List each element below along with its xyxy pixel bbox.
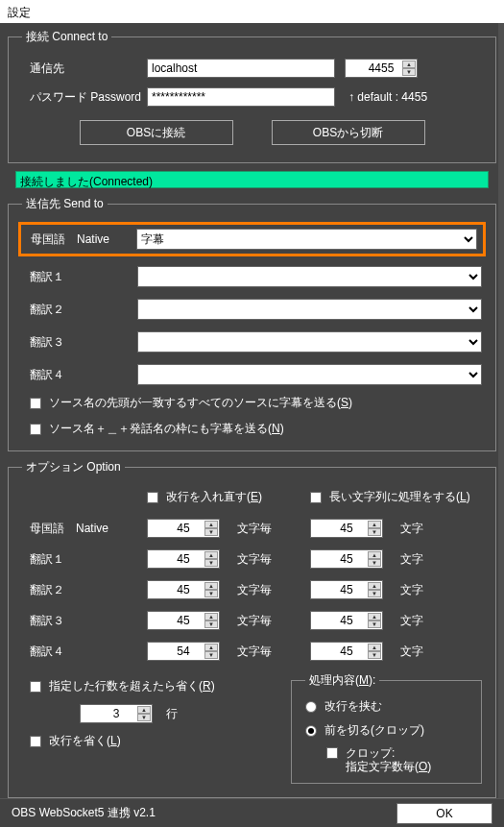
opt-t2-label: 翻訳２ xyxy=(22,582,147,598)
vertical-scrollbar[interactable] xyxy=(498,23,504,798)
t4-combo[interactable] xyxy=(137,364,482,385)
disconnect-button[interactable]: OBSから切断 xyxy=(272,120,425,145)
opt-t4-label: 翻訳４ xyxy=(22,644,147,660)
native-row-highlight: 母国語 Native 字幕 xyxy=(18,222,486,256)
opt-t2-chars[interactable]: 45▲▼ xyxy=(310,580,383,599)
prefix-match-label: ソース名の先頭が一致するすべてのソースに字幕を送る(S) xyxy=(49,395,352,411)
opt-t1-chars[interactable]: 45▲▼ xyxy=(310,549,383,569)
radio-crop-front[interactable] xyxy=(305,725,317,737)
opt-t1-chars-per[interactable]: 45▲▼ xyxy=(147,549,220,569)
lines-input[interactable]: 3 ▲▼ xyxy=(80,704,153,723)
spinner-icon[interactable]: ▲▼ xyxy=(368,521,381,536)
connect-legend: 接続 Connect to xyxy=(22,29,111,45)
opt-t2-chars-per[interactable]: 45▲▼ xyxy=(147,580,220,599)
spinner-icon[interactable]: ▲▼ xyxy=(204,521,218,536)
crop-per-chars-checkbox[interactable] xyxy=(326,747,338,759)
crop-per-chars-label: クロップ: 指定文字数毎(O) xyxy=(346,746,431,773)
window-title: 設定 xyxy=(8,6,31,19)
opt-native-label: 母国語 Native xyxy=(22,521,147,537)
speaker-frame-checkbox[interactable] xyxy=(30,424,41,435)
option-group: オプション Option 改行を入れ直す(E) 長い文字列に処理をする(L) 母… xyxy=(8,459,496,798)
omit-lf-checkbox[interactable] xyxy=(30,736,41,747)
port-spinner[interactable]: ▲ ▼ xyxy=(402,61,416,76)
radio-crop-front-label: 前を切る(クロップ) xyxy=(324,722,424,739)
sendto-legend: 送信先 Send to xyxy=(22,196,108,212)
t2-label: 翻訳２ xyxy=(22,302,137,318)
omit-lf-label: 改行を省く(L) xyxy=(49,733,121,749)
opt-t3-chars[interactable]: 45▲▼ xyxy=(310,611,383,630)
port-input[interactable]: 4455 ▲ ▼ xyxy=(345,59,418,78)
native-label: 母国語 Native xyxy=(27,231,136,248)
radio-insert-lf-label: 改行を挟む xyxy=(324,698,382,715)
radio-insert-lf[interactable] xyxy=(305,701,317,713)
opt-t4-chars-per[interactable]: 54▲▼ xyxy=(147,642,220,661)
connection-status: 接続しました(Connected) xyxy=(15,171,489,188)
unit-label: 文字 xyxy=(400,521,462,537)
host-label: 通信先 xyxy=(22,61,147,77)
password-input[interactable] xyxy=(147,87,335,107)
opt-native-chars-per[interactable]: 45 ▲▼ xyxy=(147,519,220,538)
t3-combo[interactable] xyxy=(137,331,482,353)
host-input[interactable] xyxy=(147,59,335,78)
processing-group: 処理内容(M): 改行を挟む 前を切る(クロップ) クロップ: 指定文字数毎(O… xyxy=(291,672,482,784)
spinner-down-icon[interactable]: ▼ xyxy=(402,68,416,76)
connect-button[interactable]: OBSに接続 xyxy=(80,120,233,145)
sendto-group: 送信先 Send to 母国語 Native 字幕 翻訳１ 翻訳２ 翻訳３ 翻訳… xyxy=(8,196,496,451)
t1-label: 翻訳１ xyxy=(22,269,137,285)
t2-combo[interactable] xyxy=(137,299,482,320)
t4-label: 翻訳４ xyxy=(22,367,137,383)
lines-unit: 行 xyxy=(166,706,178,722)
opt-native-chars[interactable]: 45 ▲▼ xyxy=(310,519,383,538)
option-legend: オプション Option xyxy=(22,459,125,475)
ok-button[interactable]: OK xyxy=(396,803,492,824)
t1-combo[interactable] xyxy=(137,266,482,287)
processing-legend: 処理内容(M): xyxy=(305,672,379,689)
port-value: 4455 xyxy=(369,61,395,75)
connect-group: 接続 Connect to 通信先 4455 ▲ ▼ パスワード Passwor… xyxy=(8,29,496,163)
omit-over-lines-label: 指定した行数を超えたら省く(R) xyxy=(49,678,215,694)
opt-t3-label: 翻訳３ xyxy=(22,613,147,629)
port-default-hint: ↑ default : 4455 xyxy=(348,90,427,104)
unit-label: 文字毎 xyxy=(237,521,299,537)
native-combo[interactable]: 字幕 xyxy=(136,229,477,250)
reinsert-lf-checkbox[interactable] xyxy=(147,492,158,503)
spinner-up-icon[interactable]: ▲ xyxy=(402,61,416,68)
window-titlebar: 設定 xyxy=(0,0,504,23)
version-label: OBS WebSocket5 連携 v2.1 xyxy=(12,805,396,821)
speaker-frame-label: ソース名＋＿＋発話名の枠にも字幕を送る(N) xyxy=(49,421,284,437)
opt-t4-chars[interactable]: 45▲▼ xyxy=(310,642,383,661)
opt-t1-label: 翻訳１ xyxy=(22,551,147,568)
omit-over-lines-checkbox[interactable] xyxy=(30,681,41,693)
t3-label: 翻訳３ xyxy=(22,334,137,351)
footer: OBS WebSocket5 連携 v2.1 OK xyxy=(0,798,504,827)
long-string-label: 長い文字列に処理をする(L) xyxy=(329,489,470,505)
reinsert-lf-label: 改行を入れ直す(E) xyxy=(166,489,262,505)
long-string-checkbox[interactable] xyxy=(310,492,322,503)
opt-t3-chars-per[interactable]: 45▲▼ xyxy=(147,611,220,630)
prefix-match-checkbox[interactable] xyxy=(30,398,41,409)
password-label: パスワード Password xyxy=(22,89,147,106)
